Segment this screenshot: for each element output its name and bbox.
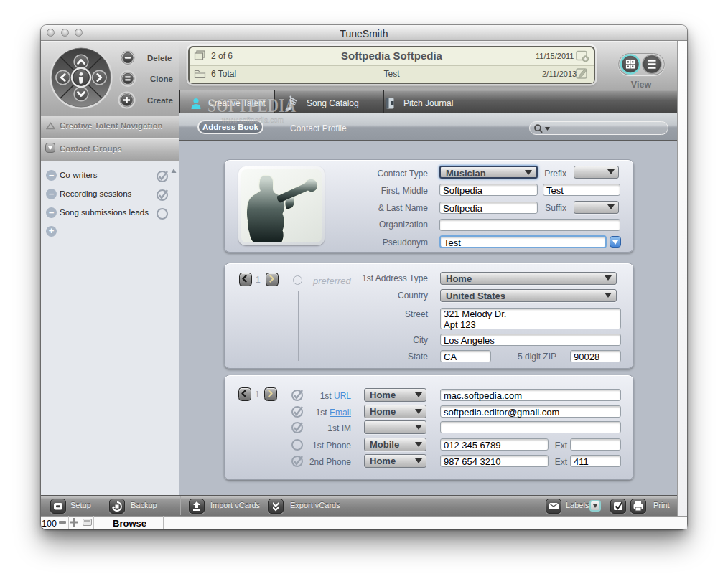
svg-text:SOFTPEDIA: SOFTPEDIA [207, 94, 297, 116]
svg-text:www.softpedia.com: www.softpedia.com [221, 116, 284, 124]
